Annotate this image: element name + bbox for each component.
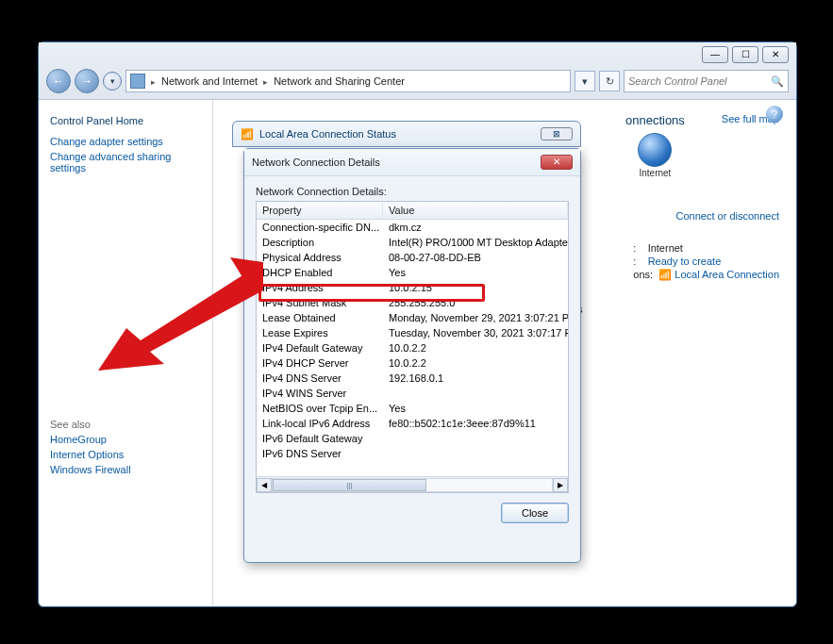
internet-options-link[interactable]: Internet Options: [50, 449, 201, 460]
table-row[interactable]: NetBIOS over Tcpip En...Yes: [257, 401, 568, 416]
internet-status: Internet: [648, 242, 683, 254]
scroll-right-button[interactable]: ▶: [553, 478, 568, 492]
cell-value: Yes: [383, 401, 568, 416]
breadcrumb-item[interactable]: Network and Sharing Center: [274, 75, 405, 87]
table-row[interactable]: Lease ObtainedMonday, November 29, 2021 …: [257, 310, 568, 325]
label: :: [633, 256, 636, 267]
change-adapter-link[interactable]: Change adapter settings: [50, 136, 201, 147]
cell-property: DHCP Enabled: [257, 265, 383, 280]
network-adapter-icon: 📶: [658, 269, 672, 280]
network-graph: Internet: [625, 133, 685, 178]
breadcrumb[interactable]: Network and Internet Network and Sharing…: [125, 70, 571, 92]
status-close-button[interactable]: ⊠: [541, 127, 573, 140]
cell-value: [383, 446, 568, 461]
table-row[interactable]: IPv4 Address10.0.2.15: [257, 280, 568, 295]
see-also-heading: See also: [50, 419, 201, 430]
table-row[interactable]: IPv4 Default Gateway10.0.2.2: [257, 340, 568, 355]
table-row[interactable]: IPv4 WINS Server: [257, 386, 568, 401]
control-panel-home-link[interactable]: Control Panel Home: [50, 115, 201, 126]
breadcrumb-item[interactable]: Network and Internet: [161, 75, 258, 87]
scroll-thumb[interactable]: |||: [273, 479, 426, 491]
table-row[interactable]: DHCP EnabledYes: [257, 265, 568, 280]
close-button[interactable]: ✕: [762, 46, 789, 63]
table-row[interactable]: DescriptionIntel(R) PRO/1000 MT Desktop …: [257, 235, 568, 250]
table-row[interactable]: Lease ExpiresTuesday, November 30, 2021 …: [257, 325, 568, 340]
cell-property: IPv6 DNS Server: [257, 446, 383, 461]
cell-value: 10.0.2.2: [383, 355, 568, 371]
chevron-right-icon: [149, 75, 158, 87]
homegroup-status-link[interactable]: Ready to create: [648, 256, 722, 267]
cell-value: Monday, November 29, 2021 3:07:21 PM: [383, 310, 568, 325]
cell-property: IPv4 Default Gateway: [257, 340, 383, 355]
table-row[interactable]: Link-local IPv6 Addressfe80::b502:1c1e:3…: [257, 416, 568, 431]
history-dropdown[interactable]: ▾: [103, 72, 122, 91]
table-row[interactable]: IPv4 Subnet Mask255.255.255.0: [257, 295, 568, 310]
search-box[interactable]: 🔍: [624, 70, 789, 92]
cell-property: IPv4 DHCP Server: [257, 355, 383, 371]
cell-property: IPv4 DNS Server: [257, 371, 383, 386]
table-header: Property Value: [257, 202, 568, 220]
connections-heading: onnections: [625, 113, 685, 127]
details-titlebar: Network Connection Details ✕: [244, 149, 580, 176]
cell-value: 08-00-27-08-DD-EB: [383, 250, 568, 265]
cell-property: Description: [257, 235, 383, 250]
help-icon[interactable]: ?: [766, 106, 783, 123]
maximize-button[interactable]: ☐: [732, 46, 758, 63]
back-button[interactable]: ←: [46, 69, 71, 93]
cell-value: [383, 386, 568, 401]
homegroup-link[interactable]: HomeGroup: [50, 434, 201, 445]
details-table: Property Value Connection-specific DN...…: [256, 201, 569, 493]
control-panel-icon: [130, 74, 145, 89]
cell-property: Physical Address: [257, 250, 383, 265]
cell-value: Yes: [383, 265, 568, 280]
label: :: [633, 242, 636, 254]
toolbar: ← → ▾ Network and Internet Network and S…: [39, 42, 796, 100]
details-close-button[interactable]: ✕: [541, 155, 573, 170]
cell-property: NetBIOS over Tcpip En...: [257, 401, 383, 416]
cell-property: IPv4 Address: [257, 280, 383, 295]
cell-property: IPv4 Subnet Mask: [257, 295, 383, 310]
forward-button[interactable]: →: [75, 69, 99, 93]
internet-label: Internet: [639, 168, 671, 178]
left-nav: Control Panel Home Change adapter settin…: [39, 100, 213, 605]
scroll-track[interactable]: |||: [272, 478, 553, 492]
close-button[interactable]: Close: [501, 503, 569, 523]
details-label: Network Connection Details:: [256, 186, 569, 197]
minimize-button[interactable]: —: [702, 46, 728, 63]
connection-link[interactable]: Local Area Connection: [675, 269, 779, 280]
table-row[interactable]: Physical Address08-00-27-08-DD-EB: [257, 250, 568, 265]
table-body: Connection-specific DN...dkm.czDescripti…: [257, 220, 568, 468]
label: ons:: [633, 269, 653, 280]
cell-property: Lease Obtained: [257, 310, 383, 325]
table-row[interactable]: IPv6 DNS Server: [257, 446, 568, 461]
details-title: Network Connection Details: [252, 157, 380, 168]
col-value[interactable]: Value: [383, 202, 568, 219]
horizontal-scrollbar[interactable]: ◀ ||| ▶: [257, 476, 568, 492]
change-advanced-sharing-link[interactable]: Change advanced sharing settings: [50, 151, 201, 173]
search-icon: 🔍: [771, 75, 784, 88]
table-row[interactable]: IPv4 DHCP Server10.0.2.2: [257, 355, 568, 371]
cell-property: IPv6 Default Gateway: [257, 431, 383, 446]
cell-property: Link-local IPv6 Address: [257, 416, 383, 431]
internet-icon: [638, 133, 672, 167]
cell-value: 10.0.2.2: [383, 340, 568, 355]
breadcrumb-dropdown[interactable]: ▾: [575, 71, 595, 91]
cell-property: IPv4 WINS Server: [257, 386, 383, 401]
chevron-right-icon: [261, 75, 270, 87]
table-row[interactable]: Connection-specific DN...dkm.cz: [257, 220, 568, 235]
cell-value: [383, 431, 568, 446]
scroll-left-button[interactable]: ◀: [257, 478, 272, 492]
windows-firewall-link[interactable]: Windows Firewall: [50, 464, 201, 475]
cell-value: Intel(R) PRO/1000 MT Desktop Adapter: [383, 235, 568, 250]
details-dialog: Network Connection Details ✕ Network Con…: [243, 148, 581, 563]
cell-property: Lease Expires: [257, 325, 383, 340]
cell-value: 192.168.0.1: [383, 371, 568, 386]
col-property[interactable]: Property: [257, 202, 383, 219]
network-adapter-icon: 📶: [241, 128, 254, 140]
table-row[interactable]: IPv4 DNS Server192.168.0.1: [257, 371, 568, 386]
connect-disconnect-link[interactable]: Connect or disconnect: [676, 210, 779, 222]
refresh-button[interactable]: ↻: [599, 71, 620, 91]
cell-value: fe80::b502:1c1e:3eee:87d9%11: [383, 416, 568, 431]
table-row[interactable]: IPv6 Default Gateway: [257, 431, 568, 446]
search-input[interactable]: [628, 75, 771, 87]
